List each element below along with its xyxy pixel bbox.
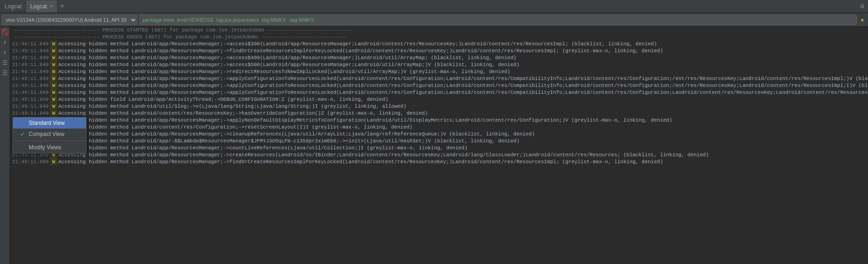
- log-message: Accessing hidden method Landroid/content…: [58, 110, 428, 117]
- log-level: W: [50, 82, 57, 89]
- log-level: W: [50, 110, 57, 117]
- menu-separator: [13, 141, 86, 141]
- log-level: W: [50, 48, 57, 55]
- log-message: Accessing hidden method Landroid/app/Res…: [58, 41, 657, 48]
- sidebar: 🚫 ⬇ ⬆ ☰ ☰: [0, 27, 10, 264]
- log-message: Accessing hidden method Landroid/app/Res…: [58, 82, 868, 89]
- app-label: Logcat:: [2, 3, 25, 10]
- log-line: 21:49:11.850WAccessing hidden method Lan…: [10, 145, 868, 152]
- menu-item-modify-views[interactable]: Modify Views: [13, 142, 86, 153]
- menu-item-compact-view[interactable]: ✓ Compact View: [13, 129, 86, 140]
- log-timestamp: 21:49:11.849: [12, 110, 49, 117]
- log-line: 21:49:11.850WAccessing hidden method Lan…: [10, 124, 868, 131]
- log-message: Accessing hidden method Landroid/app/Res…: [58, 61, 520, 68]
- log-line: 21:49:11.849WAccessing hidden method Lan…: [10, 103, 868, 110]
- log-level: W: [50, 75, 57, 82]
- log-line: 21:49:11.849WAccessing hidden method Lan…: [10, 82, 868, 89]
- log-timestamp: 21:49:11.849: [12, 75, 49, 82]
- separator-text: ---------------------------- PROCESS STA…: [12, 27, 355, 34]
- log-timestamp: 21:49:11.849: [12, 68, 49, 75]
- menu-item-standard-view[interactable]: Standard View: [13, 117, 86, 129]
- log-message: Accessing hidden method Landroid/app/Res…: [58, 55, 516, 61]
- log-level: W: [50, 61, 57, 68]
- log-timestamp: 21:49:11.849: [12, 96, 49, 103]
- log-line: ---------------------------- PROCESS STA…: [10, 27, 868, 34]
- log-timestamp: 21:49:11.849: [12, 61, 49, 68]
- standard-view-label: Standard View: [29, 120, 65, 126]
- log-timestamp: 21:49:11.849: [12, 89, 49, 96]
- log-level: W: [50, 159, 57, 166]
- log-level: W: [50, 89, 57, 96]
- log-message: Accessing hidden method Landroid/app/Res…: [58, 48, 663, 55]
- log-message: Accessing hidden method Landroid/util/Sl…: [58, 103, 407, 110]
- view-menu-icon[interactable]: ☰: [0, 69, 10, 77]
- log-container: ---------------------------- PROCESS STA…: [10, 27, 868, 166]
- log-message: Accessing hidden method Landroid/app/Res…: [58, 68, 510, 75]
- device-selector[interactable]: vivo V2134A (1550843229000YU) Android 11…: [2, 15, 137, 25]
- view-context-menu: Standard View ✓ Compact View Modify View…: [12, 117, 87, 153]
- log-line: 21:49:11.850WAccessing hidden method Lan…: [10, 131, 868, 138]
- modify-views-label: Modify Views: [29, 144, 61, 151]
- log-line: 21:49:11.849WAccessing hidden method Lan…: [10, 61, 868, 68]
- compact-view-checkmark: ✓: [20, 131, 26, 137]
- tab-close-icon[interactable]: ✕: [50, 4, 53, 9]
- log-message: Accessing hidden method Landroid/app/Res…: [58, 145, 468, 152]
- tab-bar: Logcat: Logcat ✕ + ⚙: [0, 0, 868, 13]
- log-message: Accessing hidden method Landroid/app/Res…: [58, 131, 535, 138]
- toolbar: vivo V2134A (1550843229000YU) Android 11…: [0, 13, 868, 27]
- log-message: Accessing hidden method Landroid/app/Res…: [58, 159, 663, 166]
- log-line: 21:49:11.850WAccessing hidden method Lan…: [10, 138, 868, 145]
- log-line: 21:49:11.850WAccessing hidden method Lan…: [10, 159, 868, 166]
- tab-title: Logcat: [30, 3, 47, 10]
- log-line: 21:49:11.849WAccessing hidden method Lan…: [10, 68, 868, 75]
- log-level: W: [50, 96, 57, 103]
- log-timestamp: 21:49:11.849: [12, 103, 49, 110]
- log-area[interactable]: Standard View ✓ Compact View Modify View…: [10, 27, 868, 264]
- log-timestamp: 21:49:11.849: [12, 55, 49, 61]
- clear-icon[interactable]: 🚫: [0, 29, 10, 36]
- log-level: W: [50, 55, 57, 61]
- log-message: Accessing hidden method Landroid/app/-$$…: [58, 138, 520, 145]
- log-timestamp: 21:49:11.850: [12, 159, 49, 166]
- add-tab-icon[interactable]: +: [57, 2, 67, 11]
- log-line: ---------------------------- PROCESS END…: [10, 34, 868, 41]
- log-message: Accessing hidden method Landroid/content…: [58, 124, 413, 131]
- log-timestamp: 21:49:11.849: [12, 41, 49, 48]
- log-timestamp: 21:49:11.849: [12, 82, 49, 89]
- settings-icon[interactable]: ⚙: [857, 2, 868, 10]
- separator-text: ---------------------------- PROCESS END…: [12, 34, 349, 41]
- log-message: Accessing hidden method Landroid/app/Res…: [58, 152, 709, 159]
- favorite-star-icon[interactable]: ★: [859, 15, 866, 25]
- log-timestamp: 21:49:11.849: [12, 48, 49, 55]
- compact-view-label: Compact View: [29, 131, 64, 137]
- filter-input[interactable]: [139, 15, 857, 25]
- filter-icon[interactable]: ☰: [0, 59, 10, 67]
- log-line: 21:49:11.849WAccessing hidden method Lan…: [10, 110, 868, 117]
- log-level: W: [50, 41, 57, 48]
- log-line: 21:49:11.849WAccessing hidden method Lan…: [10, 75, 868, 82]
- log-level: W: [50, 68, 57, 75]
- log-line: 21:49:11.849WAccessing hidden method Lan…: [10, 55, 868, 61]
- log-level: W: [50, 103, 57, 110]
- log-message: Accessing hidden method Landroid/app/Res…: [58, 75, 868, 82]
- logcat-tab[interactable]: Logcat ✕: [26, 0, 57, 12]
- log-line: 21:49:11.849WAccessing hidden method Lan…: [10, 89, 868, 96]
- log-line: 21:49:11.849WAccessing hidden method Lan…: [10, 48, 868, 55]
- log-message: Accessing hidden field Landroid/app/Acti…: [58, 96, 388, 103]
- log-message: Accessing hidden method Landroid/app/Res…: [58, 89, 868, 96]
- log-line: 21:49:11.850WAccessing hidden method Lan…: [10, 152, 868, 159]
- scroll-top-icon[interactable]: ⬆: [0, 49, 10, 56]
- scroll-end-icon[interactable]: ⬇: [0, 39, 10, 46]
- log-message: Accessing hidden method Landroid/app/Res…: [58, 117, 672, 124]
- log-line: 21:49:11.849WAccessing hidden method Lan…: [10, 41, 868, 48]
- log-line: 21:49:11.849WAccessing hidden field Land…: [10, 96, 868, 103]
- content-area: 🚫 ⬇ ⬆ ☰ ☰ Standard View ✓ Compact View M…: [0, 27, 868, 264]
- log-line: 21:49:11.849WAccessing hidden method Lan…: [10, 117, 868, 124]
